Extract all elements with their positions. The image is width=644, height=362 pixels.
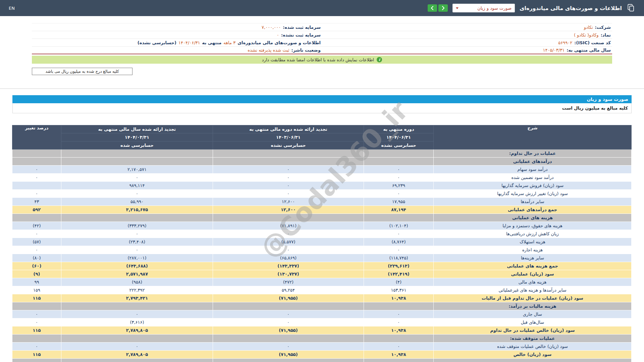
field-value: تکادو: [584, 25, 593, 30]
row-label: هزینه استهلاک: [434, 238, 632, 246]
value-restated-period: ۵۹,۲۵۴: [213, 286, 364, 294]
field-label: اطلاعات و صورت‌های مالی میاندوره‌ای: [237, 40, 321, 45]
field-value: ثبت شده پذیرفته نشده: [248, 48, 289, 53]
value-restated-year: (۳,۶۱۶): [61, 318, 213, 326]
value-percent-change: (۶۰): [12, 262, 61, 270]
table-row: سود (زیان) خالص عملیات در حال تداوم۱۰,۹۳…: [12, 326, 632, 335]
company-info-section: شرکت: تکادو سرمایه ثبت شده: ۷,۰۰۰,۰۰۰ نم…: [32, 23, 612, 75]
col-header-audit-status: حسابرسی نشده: [213, 141, 364, 149]
table-row: هزینه های عملیاتی: [12, 214, 632, 222]
field-label: (حسابرسی نشده): [138, 40, 176, 45]
value-current-period: [364, 302, 434, 310]
value-percent-change: ۱۱۵: [12, 294, 61, 302]
value-restated-period: ۰: [213, 343, 364, 351]
language-toggle[interactable]: EN: [9, 6, 15, 11]
col-header-date: ۱۴۰۳/۰۶/۳۱: [213, 133, 364, 141]
value-restated-year: ۰: [61, 246, 213, 254]
value-current-period: ۰: [364, 343, 434, 351]
value-restated-year: (۶۴۳,۶۸۸): [61, 262, 213, 270]
row-label: سود (زیان) تغییر ارزش سرمایه گذاریها: [434, 190, 632, 198]
row-label: سود (زیان) عملیاتی: [434, 270, 632, 278]
value-current-period: (۱۴۲,۴۱۹): [364, 270, 434, 278]
table-row: [12, 359, 632, 362]
page-title: اطلاعات و صورت‌های مالی میاندوره‌ای: [520, 5, 622, 11]
chevron-right-icon: [441, 6, 445, 10]
value-restated-year: ۲۲۲,۳۹۲: [61, 286, 213, 294]
value-percent-change: ۱۱۵: [12, 326, 61, 335]
value-restated-year: ۰: [61, 310, 213, 318]
table-row: جمع درآمدهای عملیاتی۸۷,۱۹۴۱۲,۶۰۰۳,۲۱۵,۶۷…: [12, 206, 632, 214]
row-label: سود (زیان) خالص عملیات در حال تداوم: [434, 326, 632, 335]
value-restated-year: [61, 302, 213, 310]
notice-text: اطلاعات نمایش داده شده با اطلاعات امضا ش…: [262, 57, 374, 62]
statement-select[interactable]: صورت سود و زیان: [452, 4, 515, 12]
row-label: عملیات در حال تداوم:: [434, 149, 632, 158]
col-header-audit-status: حسابرسی نشده: [364, 141, 434, 149]
value-current-period: [364, 214, 434, 222]
value-current-period: ۱۰,۹۳۸: [364, 326, 434, 335]
value-restated-period: (۵,۵۷۷): [213, 238, 364, 246]
value-restated-year: ۵۵,۹۹۰: [61, 198, 213, 206]
field-value: وکادو( تکادو ): [574, 33, 599, 38]
value-current-period: ۰: [364, 166, 434, 174]
nav-left-button[interactable]: [428, 4, 437, 12]
col-header-date: ۱۴۰۴/۰۳/۳۱: [61, 133, 213, 141]
table-row: سال جاری۰۰۰۰: [12, 310, 632, 318]
field-value: ۰: [277, 33, 279, 38]
statement-subtitle: کلیه مبالغ به میلیون ریال است: [12, 103, 632, 113]
table-row: سود (زیان) فروش سرمایه گذاریها۶۹,۲۳۹۰۹۸۹…: [12, 182, 632, 190]
value-restated-year: ۲,۱۷۰,۵۷۱: [61, 166, 213, 174]
field-label: سرمایه ثبت نشده:: [281, 33, 321, 38]
value-restated-period: [213, 335, 364, 343]
row-label: سود (زیان) خالص عملیات متوقف شده: [434, 343, 632, 351]
value-restated-period: ۰: [213, 230, 364, 238]
value-current-period: [364, 149, 434, 158]
table-row: سود (زیان) خالص عملیات متوقف شده۰۰۰۰: [12, 343, 632, 351]
field-label: سرمایه ثبت شده:: [283, 25, 321, 30]
value-current-period: ۰: [364, 246, 434, 254]
value-restated-period: ۱۲,۶۰۰: [213, 206, 364, 214]
value-percent-change: (۹): [12, 270, 61, 278]
value-current-period: ۱۵۳,۳۶۱: [364, 286, 434, 294]
report-period-field: اطلاعات و صورت‌های مالی میاندوره‌ای ۳ ما…: [32, 40, 322, 45]
value-restated-period: ۰: [213, 166, 364, 174]
value-percent-change: [12, 359, 61, 362]
info-row-symbol: نماد: وکادو( تکادو ) سرمایه ثبت نشده: ۰: [32, 31, 612, 39]
value-percent-change: ۰: [12, 343, 61, 351]
value-restated-period: ۰: [213, 246, 364, 254]
isic-field: کد صنعت (ISIC): ۵۶۹۹۰۲: [322, 40, 612, 45]
value-restated-period: [213, 302, 364, 310]
nav-right-button[interactable]: [438, 4, 448, 12]
value-percent-change: ۰: [12, 230, 61, 238]
table-row: سایر هزینه‌ها(۱۱۸,۷۴۵)(۶۵,۸۶۹)(۲۸۷,۰۰۱)(…: [12, 254, 632, 262]
table-row: درآمدهای عملیاتی: [12, 158, 632, 166]
registered-capital-field: سرمایه ثبت شده: ۷,۰۰۰,۰۰۰: [32, 25, 322, 30]
field-label: وضعیت ناشر:: [291, 48, 321, 53]
table-row: سود (زیان) تغییر ارزش سرمایه گذاریها۰۰۰۰: [12, 190, 632, 198]
value-restated-period: ۰: [213, 174, 364, 182]
value-percent-change: ۰: [12, 166, 61, 174]
value-percent-change: (۸۰): [12, 254, 61, 262]
fiscal-year-field: سال مالی منتهی به: ۱۴۰۵/۰۳/۳۱: [322, 48, 612, 53]
field-value: ۳ ماهه: [223, 40, 235, 45]
unregistered-capital-field: سرمایه ثبت نشده: ۰: [32, 33, 322, 38]
info-row-isic: کد صنعت (ISIC): ۵۶۹۹۰۲ اطلاعات و صورت‌ها…: [32, 39, 612, 47]
unit-note-box: کلیه مبالغ درج شده به میلیون ریال می باش…: [32, 68, 132, 75]
value-current-period: (۴): [364, 278, 434, 286]
unit-note-text: کلیه مبالغ درج شده به میلیون ریال می باش…: [45, 69, 119, 74]
chevron-down-icon: [456, 7, 459, 9]
value-restated-period: (۷۱,۸۹۱): [213, 222, 364, 230]
value-percent-change: [12, 335, 61, 343]
field-label: سال مالی منتهی به:: [567, 48, 611, 53]
value-restated-year: (۲۳,۴۰۸): [61, 238, 213, 246]
codal-report-icon[interactable]: [627, 4, 635, 12]
value-current-period: (۱۰۲,۱۰۴): [364, 222, 434, 230]
info-row-company: شرکت: تکادو سرمایه ثبت شده: ۷,۰۰۰,۰۰۰: [32, 23, 612, 31]
row-label: جمع درآمدهای عملیاتی: [434, 206, 632, 214]
field-value: ۱۴۰۵/۰۳/۳۱: [543, 48, 565, 53]
table-row: عملیات در حال تداوم:: [12, 149, 632, 158]
value-restated-year: ۰: [61, 343, 213, 351]
table-row: هزینه های حقوق، دستمزد و مزایا(۱۰۲,۱۰۴)(…: [12, 222, 632, 230]
row-label: درآمد سود سهام: [434, 166, 632, 174]
value-restated-period: [213, 214, 364, 222]
